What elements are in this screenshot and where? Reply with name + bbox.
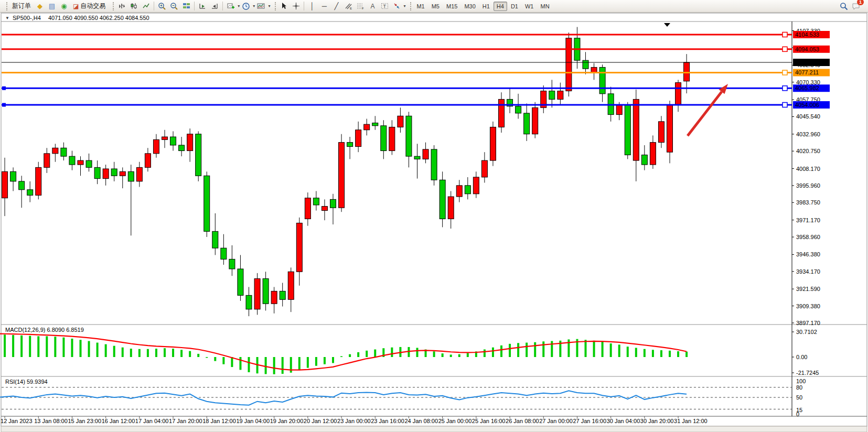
candle-body: [296, 223, 302, 272]
tile-windows-icon[interactable]: [180, 1, 192, 12]
period-clock-icon[interactable]: [240, 1, 252, 12]
candle-body: [599, 67, 605, 93]
navigator-icon[interactable]: ▤: [46, 1, 58, 12]
time-tick-label: 23 Jan 16:00: [371, 418, 404, 424]
text-tool-icon[interactable]: A: [367, 1, 378, 12]
candle-body: [490, 127, 496, 160]
candle-body: [86, 160, 92, 167]
toolbar-grip[interactable]: [4, 2, 7, 10]
cursor-icon[interactable]: [278, 1, 290, 12]
candle-body: [481, 160, 487, 177]
chart-symbol: SP500-,H4: [13, 15, 41, 21]
candle-body: [406, 116, 412, 156]
candle-body: [44, 154, 50, 168]
line-anchor-handle: [783, 47, 787, 51]
candle-body: [288, 272, 294, 299]
timeframe-d1[interactable]: D1: [508, 2, 521, 11]
time-tick-label: 31 Jan 12:00: [674, 418, 708, 424]
candle-body: [128, 171, 134, 181]
chart-shift-icon[interactable]: [209, 1, 220, 12]
candle-body: [111, 169, 117, 176]
candle-body: [238, 269, 243, 295]
candle-body: [52, 148, 58, 154]
time-tick-label: 24 Jan 08:00: [404, 418, 438, 424]
price-tick: 4070.330: [796, 79, 820, 85]
rsi-scale-label: 0: [796, 411, 799, 417]
timeframe-h1[interactable]: H1: [479, 2, 493, 11]
line-anchor-handle: [2, 103, 6, 107]
horizontal-line-icon[interactable]: ─: [318, 1, 330, 12]
candle-body: [398, 116, 403, 127]
price-tick: 4008.170: [796, 166, 820, 172]
candle-body: [94, 167, 100, 178]
candle-body: [356, 130, 361, 147]
candle-body: [322, 207, 327, 211]
toolbar-grip3[interactable]: [272, 2, 276, 10]
trendline-icon[interactable]: ╱: [330, 1, 342, 12]
candle-body: [145, 154, 151, 168]
template-icon[interactable]: [255, 1, 267, 12]
timeframe-m15[interactable]: M15: [443, 2, 460, 11]
candle-body: [280, 291, 285, 299]
terminal-window: 新订单 ◆ ▤ ◉ ◪ 自动交易 ▾: [0, 0, 868, 432]
candle-body: [456, 186, 462, 197]
toolbar-grip4[interactable]: [408, 2, 411, 10]
candle-body: [473, 177, 479, 194]
time-tick-label: 27 Jan 16:00: [573, 418, 606, 424]
market-watch-icon[interactable]: ◆: [34, 1, 46, 12]
arrows-caret[interactable]: ▾: [403, 4, 405, 8]
candle-body: [499, 99, 505, 127]
time-tick-label: 23 Jan 00:00: [337, 418, 371, 424]
crosshair-icon[interactable]: [290, 1, 302, 12]
candle-body: [625, 105, 630, 155]
auto-scroll-icon[interactable]: [197, 1, 208, 12]
text-label-icon[interactable]: T: [379, 1, 390, 12]
period-caret[interactable]: ▾: [253, 4, 255, 8]
candle-body: [313, 198, 319, 205]
timeframe-mn[interactable]: MN: [537, 2, 552, 11]
time-tick-label: 19 Jan 04:00: [236, 418, 270, 424]
bar-chart-icon[interactable]: [116, 1, 127, 12]
line-anchor-handle: [783, 103, 787, 107]
zoom-out-icon[interactable]: [168, 1, 180, 12]
timeframe-w1[interactable]: W1: [522, 2, 537, 11]
timeframe-m1[interactable]: M1: [413, 2, 427, 11]
vertical-line-icon[interactable]: │: [306, 1, 318, 12]
timeframe-m30[interactable]: M30: [461, 2, 478, 11]
search-icon[interactable]: [838, 1, 850, 12]
candle-body: [162, 137, 168, 139]
candle-body: [440, 180, 445, 219]
add-indicator-icon[interactable]: [225, 1, 237, 12]
terminal-signal-icon[interactable]: ◉: [58, 1, 70, 12]
time-tick-label: 17 Jan 04:00: [135, 418, 169, 424]
time-tick-label: 13 Jan 08:00: [34, 418, 68, 424]
line-chart-icon[interactable]: [140, 1, 152, 12]
candle-body: [676, 83, 681, 105]
channel-icon[interactable]: E: [342, 1, 354, 12]
candle-body: [120, 171, 125, 176]
timeframe-h4[interactable]: H4: [494, 2, 507, 11]
template-caret[interactable]: ▾: [268, 4, 270, 8]
candlestick-chart-icon[interactable]: [128, 1, 140, 12]
line-anchor-handle: [2, 87, 6, 90]
svg-text:4104.533: 4104.533: [795, 31, 819, 38]
candle-body: [616, 105, 622, 115]
chart-header-collapse-icon[interactable]: ▼: [5, 16, 9, 20]
rsi-scale-label: 50: [796, 394, 802, 401]
chart-canvas[interactable]: 4107.3304095.1204082.5404070.3304057.750…: [0, 13, 868, 432]
main-toolbar: 新订单 ◆ ▤ ◉ ◪ 自动交易 ▾: [0, 0, 868, 13]
timeframe-m5[interactable]: M5: [428, 2, 443, 11]
time-axis[interactable]: 12 Jan 202313 Jan 08:0015 Jan 23:0016 Ja…: [1, 416, 708, 424]
add-indicator-caret[interactable]: ▾: [238, 4, 240, 8]
new-order-button[interactable]: 新订单: [9, 1, 34, 12]
candle-body: [10, 171, 16, 181]
toolbar-grip2[interactable]: [110, 2, 114, 10]
autotrading-button[interactable]: ◪ 自动交易: [70, 1, 108, 12]
time-tick-label: 27 Jan 00:00: [539, 418, 573, 424]
notifications-chat-icon[interactable]: 1: [850, 1, 862, 12]
candle-body: [263, 279, 269, 304]
fibonacci-icon[interactable]: F: [355, 1, 366, 12]
arrows-tool-icon[interactable]: [391, 1, 402, 12]
price-tick: 3897.170: [796, 320, 820, 326]
zoom-in-icon[interactable]: [156, 1, 168, 12]
